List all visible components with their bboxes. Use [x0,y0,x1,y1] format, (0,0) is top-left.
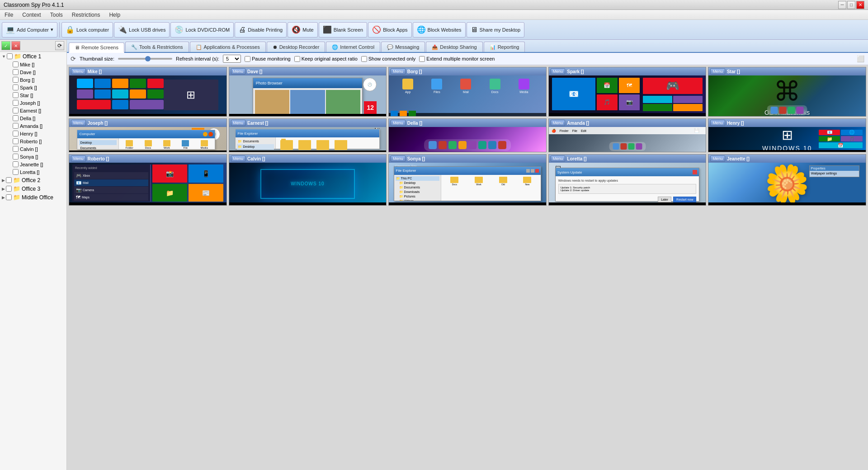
sidebar-item-jeanette[interactable]: Jeanette [] [4,160,66,168]
menu-help[interactable]: Help [106,11,123,19]
loretta-preview[interactable]: 🛡 System Update Windows needs to restart… [549,163,706,205]
add-computer-button[interactable]: 💻 Add Computer ▾ [2,22,57,38]
blank-screen-button[interactable]: ⬛ Blank Screen [319,22,367,38]
menu-file[interactable]: File [2,11,16,19]
earnest-preview[interactable]: 💾 File Explorer 📁 Documents 📁 Desktop [229,127,387,152]
thumbnail-slider[interactable] [118,58,172,60]
expand-button[interactable]: ⬜ [857,55,864,62]
tab-desktop-sharing[interactable]: 📤 Desktop Sharing [426,42,482,52]
sidebar-item-mike[interactable]: Mike [] [4,61,66,68]
office3-checkbox[interactable] [6,186,12,192]
close-button[interactable]: ✕ [856,1,864,9]
sidebar-item-roberto[interactable]: Roberto [] [4,137,66,145]
roberto-menu-button[interactable]: Menu [71,155,86,162]
loretta-menu-button[interactable]: Menu [551,155,566,162]
spark-menu-button[interactable]: Menu [551,68,566,75]
henry-checkbox[interactable] [13,131,19,136]
star-checkbox[interactable] [13,92,19,98]
sidebar-refresh-button[interactable]: ⟳ [55,41,64,50]
extend-monitor-checkbox[interactable] [419,56,425,62]
mike-checkbox[interactable] [13,61,19,67]
keep-aspect-checkbox[interactable] [294,56,300,62]
spark-preview[interactable]: 📧 📅 🗺 🎵 📷 🎮 [549,75,706,116]
earnest-checkbox[interactable] [13,108,19,113]
show-connected-checkbox[interactable] [361,56,367,62]
menu-tools[interactable]: Tools [47,11,66,19]
dave-menu-button[interactable]: Menu [231,68,246,75]
sidebar-check-button[interactable]: ✓ [1,41,10,50]
sonya-checkbox[interactable] [13,154,19,160]
sidebar-item-della[interactable]: Della [] [4,114,66,122]
della-checkbox[interactable] [13,115,19,121]
office2-checkbox[interactable] [6,177,12,183]
sidebar-uncheck-button[interactable]: ✕ [11,41,20,50]
joseph-checkbox[interactable] [13,100,19,106]
lock-computer-button[interactable]: 🔒 Lock computer [61,22,113,38]
tab-messaging[interactable]: 💬 Messaging [381,42,425,52]
borg-checkbox[interactable] [13,77,19,83]
block-websites-button[interactable]: 🌐 Block Websites [413,22,466,38]
star-menu-button[interactable]: Menu [710,68,725,75]
loretta-checkbox[interactable] [13,169,19,175]
mike-preview[interactable]: ⊞ [69,75,226,116]
spark-checkbox[interactable] [13,85,19,90]
sonya-menu-button[interactable]: Menu [391,155,406,162]
roberto-preview[interactable]: Recently added 🎮Xbox 📧Mail 📷Camera 🗺Maps [69,163,226,205]
office1-checkbox[interactable] [7,53,13,59]
dave-checkbox[interactable] [13,69,19,75]
refresh-button[interactable]: ⟳ [71,55,76,62]
henry-menu-button[interactable]: Menu [710,120,725,126]
thumbnail-slider-handle[interactable] [145,56,151,61]
extend-monitor-label[interactable]: Extend multiple monitor screen [419,56,495,62]
sidebar-item-sonya[interactable]: Sonya [] [4,153,66,160]
jeanette-preview[interactable]: 🌼 Properties Wallpaper settings [708,163,866,205]
sidebar-item-henry[interactable]: Henry [] [4,130,66,137]
joseph-preview[interactable]: 🕒 12 Computer [69,127,226,152]
star-preview[interactable]: ⌘ OS X Mavericks [708,75,866,116]
sidebar-item-middle-office[interactable]: ▶ 📁 Middle Office [0,193,66,202]
sidebar-item-calvin[interactable]: Calvin [] [4,145,66,153]
sidebar-item-borg[interactable]: Borg [] [4,76,66,84]
sonya-preview[interactable]: Classroom Spy File Explorer [389,163,546,205]
sidebar-item-joseph[interactable]: Joseph [] [4,99,66,107]
borg-menu-button[interactable]: Menu [391,68,406,75]
della-preview[interactable] [389,127,546,152]
earnest-menu-button[interactable]: Menu [231,120,246,126]
jeanette-checkbox[interactable] [13,161,19,167]
sidebar-item-office3[interactable]: ▶ 📁 Office 3 [0,184,66,193]
amanda-menu-button[interactable]: Menu [551,120,566,126]
roberto-checkbox[interactable] [13,138,19,144]
menu-restrictions[interactable]: Restrictions [69,11,103,19]
sidebar-item-amanda[interactable]: Amanda [] [4,122,66,130]
lock-dvd-button[interactable]: 💿 Lock DVD/CD-ROM [170,22,234,38]
menu-context[interactable]: Context [19,11,43,19]
show-connected-label[interactable]: Show connected only [361,56,416,62]
sidebar-item-office1[interactable]: ▼ 📁 Office 1 [0,52,66,61]
pause-monitoring-checkbox[interactable] [245,56,250,62]
sidebar-item-earnest[interactable]: Earnest [] [4,107,66,114]
amanda-checkbox[interactable] [13,123,19,129]
calvin-checkbox[interactable] [13,146,19,152]
lock-usb-button[interactable]: 🔌 Lock USB drives [114,22,170,38]
tab-desktop-recorder[interactable]: ⏺ Desktop Recorder [267,42,326,52]
share-desktop-button[interactable]: 🖥 Share my Desktop [467,22,524,38]
dave-preview[interactable]: Photo Browser [229,75,387,116]
maximize-button[interactable]: □ [847,1,855,9]
henry-preview[interactable]: ⊞ WINDOWS 10 📧 🌐 📁 🎵 📅 [708,127,866,152]
middle-office-checkbox[interactable] [6,194,12,200]
borg-preview[interactable]: App Files Mail Docs Media [389,75,546,116]
tab-internet-control[interactable]: 🌐 Internet Control [326,42,380,52]
tab-reporting[interactable]: 📊 Reporting [484,42,525,52]
sidebar-item-spark[interactable]: Spark [] [4,84,66,91]
jeanette-menu-button[interactable]: Menu [710,155,725,162]
sidebar-item-office2[interactable]: ▶ 📁 Office 2 [0,176,66,184]
tab-remote-screens[interactable]: 🖥 Remote Screens [69,42,124,53]
sidebar-item-star[interactable]: Star [] [4,91,66,99]
pause-monitoring-label[interactable]: Pause monitoring [245,56,291,62]
tab-applications[interactable]: 📋 Applications & Processes [190,42,266,52]
keep-aspect-label[interactable]: Keep original aspect ratio [294,56,358,62]
minimize-button[interactable]: ─ [838,1,846,9]
block-apps-button[interactable]: 🚫 Block Apps [368,22,411,38]
joseph-menu-button[interactable]: Menu [71,120,86,126]
calvin-preview[interactable]: WINDOWS 10 [229,163,387,205]
